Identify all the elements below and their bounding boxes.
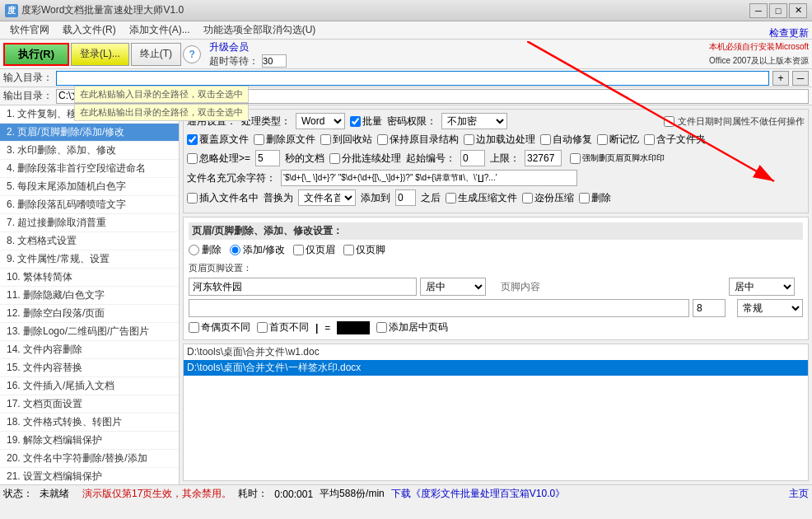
border-handle-checkbox[interactable] (464, 134, 474, 145)
resume-label[interactable]: 断记忆 (597, 133, 639, 147)
recycle-label[interactable]: 到回收站 (320, 133, 372, 147)
font-style-combo[interactable]: 常规 粗体 斜体 (737, 299, 803, 317)
list-item-20[interactable]: 20. 文件名中字符删除/替换/添加 (0, 450, 179, 468)
split-continue-label[interactable]: 分批连续处理 (329, 152, 401, 166)
auto-repair-label[interactable]: 自动修复 (540, 133, 592, 147)
recycle-checkbox[interactable] (320, 134, 331, 145)
list-item-6[interactable]: 6. 删除段落乱码嗜喷噎文字 (0, 196, 179, 214)
input-path-add[interactable]: + (772, 71, 789, 86)
menu-uncheck-all[interactable]: 功能选项全部取消勾选(U) (197, 21, 323, 39)
upper-limit-input[interactable] (525, 150, 562, 166)
header-align-combo[interactable]: 居中 左对齐 右对齐 (420, 278, 486, 296)
delete-orig-label[interactable]: 删除原文件 (254, 133, 315, 147)
backup-compress-checkbox[interactable] (522, 193, 533, 203)
keep-dir-checkbox[interactable] (377, 134, 388, 145)
add-modify-radio-label[interactable]: 添加/修改 (230, 243, 285, 257)
list-item-21[interactable]: 21. 设置文档编辑保护 (0, 468, 179, 484)
subfolder-label[interactable]: 含子文件夹 (644, 133, 706, 147)
login-button[interactable]: 登录(L)... (71, 43, 129, 66)
main-link[interactable]: 主页 (789, 487, 809, 501)
color-box[interactable] (337, 321, 370, 334)
list-item-14[interactable]: 14. 文件内容删除 (0, 341, 179, 359)
download-link[interactable]: 下载《度彩文件批量处理百宝箱V10.0》 (391, 487, 565, 501)
list-item-2[interactable]: 2. 页眉/页脚删除/添加/修改 (0, 124, 179, 142)
first-page-checkbox[interactable] (257, 322, 268, 333)
minimize-button[interactable]: ─ (749, 3, 768, 18)
list-item-17[interactable]: 17. 文档页面设置 (0, 395, 179, 414)
input-path-remove[interactable]: ─ (792, 71, 809, 86)
odd-even-label[interactable]: 奇偶页不同 (189, 320, 250, 334)
overwrite-checkbox[interactable] (187, 134, 198, 145)
resume-checkbox[interactable] (597, 134, 608, 145)
filename-fill-input[interactable] (281, 170, 577, 186)
delete-after-checkbox[interactable] (579, 193, 590, 203)
insert-filename-checkbox[interactable] (187, 193, 198, 203)
list-item-11[interactable]: 11. 删除隐藏/白色文字 (0, 287, 179, 305)
delete-radio-label[interactable]: 删除 (189, 243, 222, 257)
keep-dir-label[interactable]: 保持原目录结构 (377, 133, 459, 147)
skip-label[interactable]: 忽略处理>= (187, 152, 250, 166)
batch-checkbox[interactable] (350, 116, 361, 127)
start-num-input[interactable] (460, 150, 485, 166)
border-handle-label[interactable]: 边加载边处理 (464, 133, 535, 147)
overwrite-label[interactable]: 覆盖原文件 (187, 133, 249, 147)
skip-checkbox[interactable] (187, 153, 198, 164)
delete-after-label[interactable]: 删除 (579, 191, 611, 205)
counter-input[interactable] (262, 54, 287, 68)
list-item-16[interactable]: 16. 文件插入/尾插入文档 (0, 377, 179, 395)
delete-radio[interactable] (189, 245, 199, 255)
force-pagebreak-label[interactable]: 强制删页眉页脚水印印 (570, 152, 665, 164)
upgrade-link[interactable]: 升级会员 (209, 40, 287, 54)
list-item-3[interactable]: 3. 水印删除、添加、修改 (0, 142, 179, 160)
list-item-4[interactable]: 4. 删除段落非首行空段缩进命名 (0, 160, 179, 178)
compress-label[interactable]: 生成压缩文件 (446, 191, 517, 205)
delete-orig-checkbox[interactable] (254, 134, 264, 145)
list-item-19[interactable]: 19. 解除文档编辑保护 (0, 432, 179, 450)
file-date-checkbox[interactable] (664, 116, 674, 127)
list-item-9[interactable]: 9. 文件属性/常规、设置 (0, 250, 179, 269)
only-header-label[interactable]: 仅页眉 (293, 243, 335, 257)
subfolder-checkbox[interactable] (644, 134, 655, 145)
only-footer-label[interactable]: 仅页脚 (343, 243, 385, 257)
page-code-label[interactable]: 添加居中页码 (376, 320, 448, 334)
list-item-13[interactable]: 13. 删除Logo/二维码图/广告图片 (0, 323, 179, 341)
odd-even-checkbox[interactable] (189, 322, 199, 333)
help-button[interactable]: ? (183, 45, 201, 63)
compress-checkbox[interactable] (446, 193, 456, 203)
footer-text-input[interactable] (189, 299, 689, 317)
close-button[interactable]: ✕ (789, 3, 807, 18)
backup-compress-label[interactable]: 迩份压缩 (522, 191, 574, 205)
check-update-link[interactable]: 检查更新 (769, 27, 809, 39)
list-item-15[interactable]: 15. 文件内容替换 (0, 359, 179, 377)
page-code-checkbox[interactable] (376, 322, 387, 333)
process-type-combo[interactable]: Word (296, 113, 345, 129)
force-pagebreak-checkbox[interactable] (570, 153, 581, 164)
batch-checkbox-label[interactable]: 批量 (350, 115, 382, 129)
menu-add-file[interactable]: 添加文件(A)... (123, 21, 197, 39)
filename-replace-combo[interactable]: 文件名首 (298, 189, 356, 206)
split-continue-checkbox[interactable] (329, 153, 340, 164)
font-size-input[interactable] (693, 299, 726, 317)
maximize-button[interactable]: □ (769, 3, 787, 18)
output-line-2[interactable]: D:\tools\桌面\合并文件\一样签水印.docx (184, 360, 808, 376)
add-modify-radio[interactable] (230, 245, 240, 255)
list-item-5[interactable]: 5. 每段末尾添加随机白色字 (0, 178, 179, 196)
menu-website[interactable]: 软件官网 (3, 21, 56, 39)
add-to-input[interactable] (395, 189, 416, 206)
list-item-10[interactable]: 10. 繁体转简体 (0, 269, 179, 287)
header-text-input[interactable] (189, 278, 417, 296)
stop-button[interactable]: 终止(T) (131, 43, 181, 66)
first-page-label[interactable]: 首页不同 (257, 320, 309, 334)
list-item-18[interactable]: 18. 文件格式转换、转图片 (0, 414, 179, 432)
list-item-12[interactable]: 12. 删除空白段落/页面 (0, 305, 179, 323)
footer-align-combo[interactable]: 居中 左对齐 右对齐 (729, 278, 795, 296)
menu-load-file[interactable]: 载入文件(R) (56, 21, 123, 39)
only-footer-checkbox[interactable] (343, 245, 354, 255)
insert-filename-label[interactable]: 插入文件名中 (187, 191, 259, 205)
password-combo[interactable]: 不加密 (441, 113, 507, 129)
only-header-checkbox[interactable] (293, 245, 304, 255)
list-item-8[interactable]: 8. 文档格式设置 (0, 232, 179, 250)
list-item-7[interactable]: 7. 超过接删除取消普重 (0, 214, 179, 232)
auto-repair-checkbox[interactable] (540, 134, 551, 145)
execute-button[interactable]: 执行(R) (3, 43, 69, 66)
